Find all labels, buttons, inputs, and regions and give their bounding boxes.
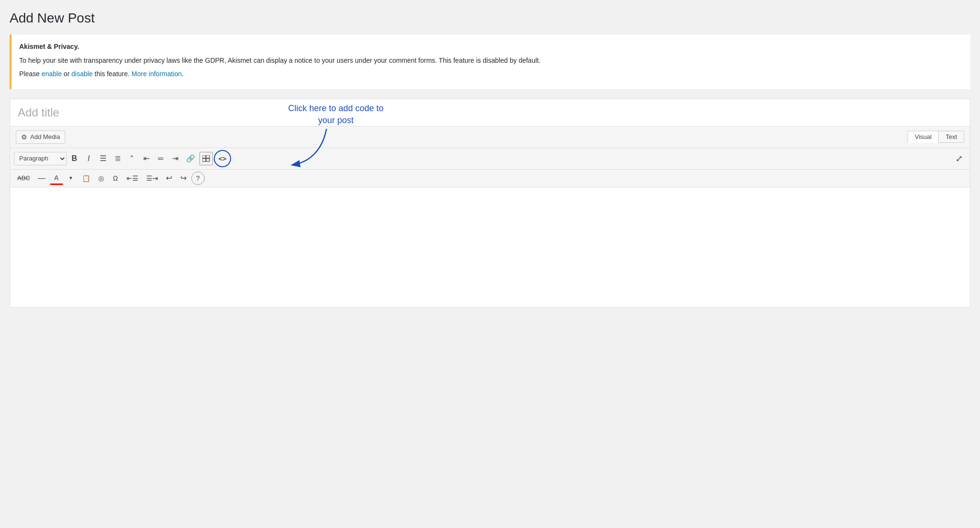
toolbar-row2: ABC — A ▼ 📋 ◎ Ω ⇤☰ ☰⇥ ↩ ↪ ?: [10, 170, 970, 187]
more-info-link[interactable]: More information: [131, 70, 182, 78]
svg-rect-2: [202, 159, 206, 161]
notice-title: Akismet & Privacy.: [19, 41, 963, 52]
notice-cta: Please enable or disable this feature. M…: [19, 69, 963, 79]
text-color-button[interactable]: A: [50, 172, 63, 185]
strikethrough-button[interactable]: ABC: [14, 172, 34, 185]
format-select[interactable]: Paragraph Heading 1 Heading 2 Heading 3 …: [14, 152, 67, 165]
notice-body: To help your site with transparency unde…: [19, 55, 963, 66]
align-center-button[interactable]: ═: [154, 152, 167, 165]
unordered-list-button[interactable]: ☰: [96, 152, 110, 165]
special-chars-button[interactable]: Ω: [109, 172, 122, 185]
editor-body[interactable]: [10, 187, 970, 307]
table-button[interactable]: [199, 152, 213, 165]
svg-rect-3: [206, 159, 210, 161]
paste-text-button[interactable]: 📋: [79, 172, 93, 185]
redo-button[interactable]: ↪: [177, 172, 190, 185]
align-right-button[interactable]: ⇥: [168, 152, 182, 165]
svg-rect-0: [202, 155, 206, 158]
bold-button[interactable]: B: [68, 152, 81, 165]
editor-header: ⚙ Add Media Visual Text: [10, 126, 970, 148]
help-button[interactable]: ?: [191, 172, 205, 185]
text-tab[interactable]: Text: [938, 131, 964, 143]
visual-tab[interactable]: Visual: [908, 131, 938, 143]
svg-rect-1: [206, 155, 210, 158]
add-media-label: Add Media: [30, 133, 60, 140]
color-dropdown-arrow[interactable]: ▼: [64, 172, 78, 185]
align-left-button[interactable]: ⇤: [140, 152, 153, 165]
link-button[interactable]: 🔗: [183, 152, 198, 165]
view-tabs: Visual Text: [908, 131, 964, 143]
page-wrapper: Add New Post Akismet & Privacy. To help …: [0, 0, 980, 317]
blockquote-button[interactable]: “: [125, 152, 139, 165]
clear-formatting-button[interactable]: ◎: [94, 172, 108, 185]
toolbar-row1: Paragraph Heading 1 Heading 2 Heading 3 …: [10, 148, 970, 170]
enable-link[interactable]: enable: [42, 70, 62, 78]
source-code-button[interactable]: <>: [214, 150, 231, 167]
italic-button[interactable]: I: [82, 152, 95, 165]
disable-link[interactable]: disable: [71, 70, 93, 78]
outdent-button[interactable]: ⇤☰: [123, 172, 142, 185]
horizontal-rule-button[interactable]: —: [35, 172, 49, 185]
post-title-input[interactable]: [10, 99, 970, 126]
toolbar-area: Click here to add code to your post Para…: [10, 148, 970, 187]
indent-button[interactable]: ☰⇥: [143, 172, 162, 185]
add-media-button[interactable]: ⚙ Add Media: [16, 130, 65, 144]
gear-icon: ⚙: [21, 133, 27, 141]
undo-button[interactable]: ↩: [163, 172, 176, 185]
akismet-notice: Akismet & Privacy. To help your site wit…: [10, 34, 970, 89]
ordered-list-button[interactable]: ≣: [111, 152, 124, 165]
fullscreen-button[interactable]: ⤢: [952, 152, 966, 165]
editor-container: ⚙ Add Media Visual Text Click here to ad…: [10, 99, 970, 308]
page-title: Add New Post: [10, 10, 970, 27]
